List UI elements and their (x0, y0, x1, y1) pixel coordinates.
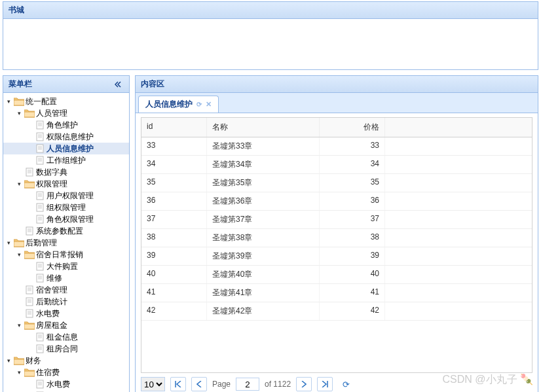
tree-node[interactable]: 数据字典 (3, 166, 129, 178)
tree-node[interactable]: ▾财务 (3, 355, 129, 366)
tree-node[interactable]: 工作组维护 (3, 154, 129, 166)
collapse-sidebar-icon[interactable] (115, 80, 124, 89)
file-icon (35, 261, 45, 272)
tree-node[interactable]: 权限信息维护 (3, 131, 129, 143)
prev-page-icon[interactable] (191, 377, 207, 391)
tree-node[interactable]: 组权限管理 (3, 202, 129, 213)
table-row[interactable]: 35圣墟第35章35 (141, 174, 532, 192)
collapse-icon[interactable]: ▾ (14, 319, 24, 331)
tree-node[interactable]: ▾房屋租金 (3, 319, 129, 331)
cell-id: 38 (141, 229, 207, 247)
tree-label: 租房合同 (47, 344, 78, 355)
tree-label: 权限管理 (36, 179, 67, 190)
table-row[interactable]: 37圣墟第37章37 (141, 211, 532, 229)
first-page-icon[interactable] (170, 377, 186, 391)
file-icon (35, 344, 45, 354)
tree-node[interactable]: ▾住宿费 (3, 366, 129, 378)
collapse-icon[interactable]: ▾ (14, 366, 24, 378)
tree-node[interactable]: 角色维护 (3, 119, 129, 131)
table-row[interactable]: 34圣墟第34章34 (141, 156, 532, 174)
tree-label: 组权限管理 (47, 202, 86, 213)
tree-label: 宿舍管理 (36, 285, 67, 296)
tree-node[interactable]: 宿舍管理 (3, 284, 129, 296)
page-size-select[interactable]: 10 (141, 377, 165, 391)
svg-rect-12 (37, 156, 43, 164)
cell-id: 35 (141, 174, 207, 192)
tree-node[interactable]: ▾后勤管理 (3, 237, 129, 249)
page-total: of 1122 (265, 380, 291, 389)
collapse-icon[interactable]: ▾ (3, 237, 14, 249)
collapse-icon[interactable]: ▾ (14, 249, 24, 260)
collapse-icon[interactable]: ▾ (14, 107, 24, 119)
table-row[interactable]: 40圣墟第40章40 (141, 266, 532, 284)
tree-label: 人员管理 (36, 108, 67, 119)
tab-label: 人员信息维护 (145, 99, 193, 110)
folder-open-icon (24, 249, 35, 260)
tree-label: 宿舍日常报销 (36, 249, 83, 260)
tree-node[interactable]: 后勤统计 (3, 296, 129, 308)
tree-node[interactable]: 租房合同 (3, 343, 129, 355)
file-icon (35, 143, 45, 154)
last-page-icon[interactable] (317, 377, 333, 391)
tab-strip: 人员信息维护 ⟳ ✕ (136, 93, 538, 113)
tree-node[interactable]: 用户权限管理 (3, 190, 129, 202)
col-price[interactable]: 价格 (320, 118, 385, 137)
tree-node[interactable]: 大件购置 (3, 260, 129, 272)
table-row[interactable]: 41圣墟第41章41 (141, 284, 532, 302)
folder-open-icon (24, 320, 35, 330)
collapse-icon[interactable]: ▾ (14, 178, 24, 190)
svg-rect-40 (37, 274, 43, 282)
cell-name: 圣墟第39章 (207, 247, 320, 265)
file-icon (35, 155, 45, 166)
svg-rect-56 (37, 333, 43, 341)
tree-node[interactable]: 水电费 (3, 308, 129, 319)
content-panel: 内容区 人员信息维护 ⟳ ✕ id 名称 价格 33圣墟第33章3334圣墟第3… (135, 75, 538, 392)
collapse-icon[interactable]: ▾ (3, 355, 14, 366)
tree-label: 人员信息维护 (47, 143, 94, 154)
cell-name: 圣墟第35章 (207, 174, 320, 192)
tree-node[interactable]: ▾宿舍日常报销 (3, 249, 129, 260)
cell-price: 36 (320, 192, 385, 210)
file-icon (35, 120, 45, 130)
tree-label: 大件购置 (47, 261, 78, 272)
tree-node[interactable]: 水电费 (3, 378, 129, 390)
tree-node[interactable]: 系统参数配置 (3, 225, 129, 237)
table-row[interactable]: 33圣墟第33章33 (141, 137, 532, 156)
tree-node[interactable]: ▾权限管理 (3, 178, 129, 190)
cell-id: 42 (141, 302, 207, 320)
tree-label: 水电费 (36, 308, 60, 319)
cell-id: 40 (141, 266, 207, 283)
tree-node[interactable]: 角色权限管理 (3, 213, 129, 225)
folder-open-icon (14, 355, 24, 366)
table-row[interactable]: 39圣墟第39章39 (141, 247, 532, 266)
folder-open-icon (14, 238, 24, 248)
page-label: Page (212, 380, 231, 389)
reload-icon[interactable]: ⟳ (338, 377, 354, 391)
close-tab-icon[interactable]: ✕ (206, 100, 212, 109)
svg-rect-48 (26, 298, 33, 306)
cell-name: 圣墟第38章 (207, 229, 320, 247)
tree-label: 工作组维护 (47, 155, 86, 166)
tree[interactable]: ▾统一配置▾人员管理角色维护权限信息维护人员信息维护工作组维护数据字典▾权限管理… (3, 93, 129, 392)
table-row[interactable]: 42圣墟第42章42 (141, 302, 532, 321)
tree-label: 统一配置 (26, 96, 57, 107)
tree-node[interactable]: ▾人员管理 (3, 107, 129, 119)
col-id[interactable]: id (141, 118, 207, 137)
next-page-icon[interactable] (296, 377, 312, 391)
col-name[interactable]: 名称 (207, 118, 320, 137)
tab-active[interactable]: 人员信息维护 ⟳ ✕ (138, 96, 219, 113)
table-row[interactable]: 36圣墟第36章36 (141, 192, 532, 211)
cell-id: 34 (141, 156, 207, 173)
pager: 10 Page of 1122 ⟳ (141, 377, 532, 391)
refresh-icon[interactable]: ⟳ (196, 101, 202, 108)
tree-node[interactable]: 租金信息 (3, 331, 129, 343)
folder-open-icon (24, 108, 35, 118)
page-input[interactable] (236, 378, 259, 391)
content-header: 内容区 (136, 76, 538, 93)
collapse-icon[interactable]: ▾ (3, 96, 14, 107)
tree-node[interactable]: 维修 (3, 272, 129, 284)
table-row[interactable]: 38圣墟第38章38 (141, 229, 532, 247)
tree-node[interactable]: ▾统一配置 (3, 96, 129, 107)
tree-node[interactable]: 人员信息维护 (3, 143, 129, 154)
tree-label: 系统参数配置 (36, 226, 83, 237)
